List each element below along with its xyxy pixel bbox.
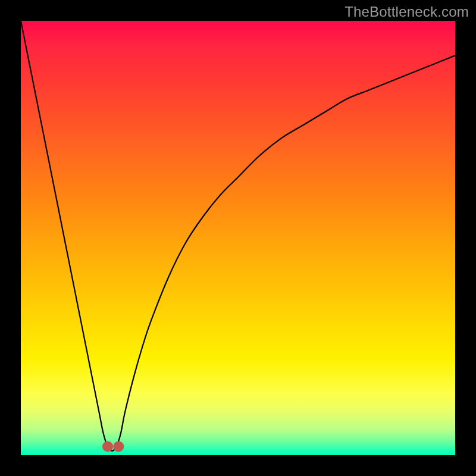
bottleneck-curve-svg — [21, 21, 455, 455]
chart-frame: TheBottleneck.com — [0, 0, 476, 476]
bottleneck-curve — [21, 21, 455, 451]
plot-area — [21, 21, 455, 455]
marker-minimum-right — [113, 441, 124, 452]
marker-minimum-left — [102, 441, 113, 452]
attribution-text: TheBottleneck.com — [345, 4, 469, 20]
